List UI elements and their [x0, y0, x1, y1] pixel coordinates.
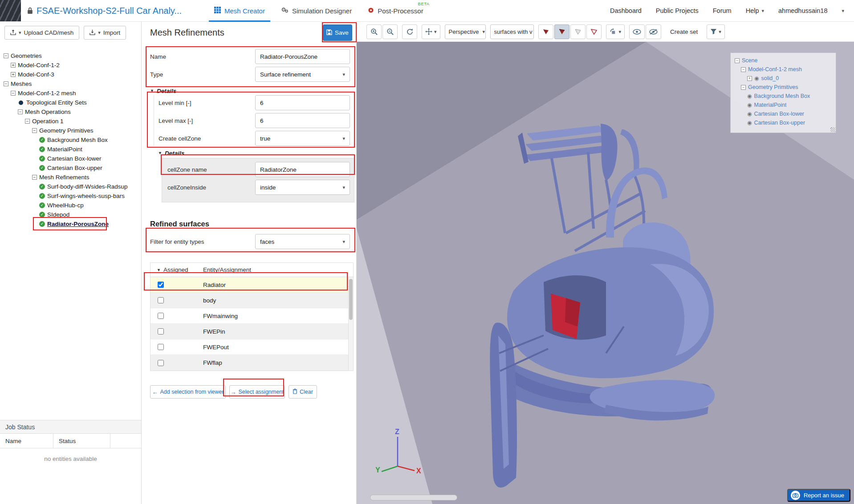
entity-checkbox[interactable] — [158, 282, 164, 288]
scene-item-geometry-primitives[interactable]: −Geometry Primitives — [735, 83, 834, 92]
cellzone-inside-select[interactable]: inside ▾ — [255, 180, 350, 195]
eye-icon[interactable]: ◉ — [747, 111, 752, 117]
tree-item-operation-1[interactable]: −Operation 1 — [0, 117, 141, 126]
entity-row-radiator[interactable]: Radiator — [150, 277, 353, 293]
resize-handle[interactable] — [830, 127, 835, 132]
scene-item-cartesian-box-lower[interactable]: ◉Cartesian Box-lower — [735, 109, 834, 118]
rotate-view-button[interactable]: ▾ — [606, 24, 625, 39]
entity-filter-select[interactable]: faces ▾ — [255, 234, 350, 249]
nav-public-projects[interactable]: Public Projects — [656, 7, 699, 14]
tab-simulation-designer[interactable]: Simulation Designer — [273, 0, 360, 22]
tree-item-materialpoint[interactable]: ✓MaterialPoint — [0, 145, 141, 154]
create-cellzone-select[interactable]: true ▾ — [255, 131, 350, 146]
expand-icon[interactable]: + — [11, 63, 16, 68]
user-menu-caret-icon[interactable]: ▾ — [842, 8, 844, 14]
tree-item-model-conf-3[interactable]: +Model-Conf-3 — [0, 70, 141, 79]
hide-entities-button[interactable] — [646, 24, 661, 39]
entity-checkbox[interactable] — [158, 360, 164, 366]
collapse-icon[interactable]: − — [4, 53, 8, 58]
eye-icon[interactable]: ◉ — [754, 76, 759, 81]
scene-item-materialpoint[interactable]: ◉MaterialPoint — [735, 101, 834, 109]
tree-item-sidepod[interactable]: ✓SIdepod — [0, 210, 141, 219]
details2-header[interactable]: ▼ Details — [158, 149, 356, 157]
details-header[interactable]: ▼ Details — [150, 87, 356, 94]
import-button[interactable]: ▾ Import — [84, 26, 126, 40]
nav-help[interactable]: Help▾ — [746, 7, 764, 14]
scene-item-scene[interactable]: −Scene — [735, 56, 834, 65]
entity-table-scrollbar[interactable] — [348, 277, 353, 371]
clip-cone-button-1[interactable] — [538, 24, 553, 39]
clip-cone-button-2[interactable] — [554, 24, 569, 39]
zoom-out-button[interactable] — [382, 24, 398, 39]
collapse-icon[interactable]: − — [25, 119, 30, 124]
nav-forum[interactable]: Forum — [713, 7, 732, 14]
viewport-horizontal-scrollbar[interactable] — [370, 495, 457, 500]
entity-checkbox[interactable] — [158, 313, 164, 319]
collapse-icon[interactable]: − — [741, 85, 746, 90]
user-menu[interactable]: ahmedhussain18 — [778, 7, 827, 14]
select-assignment-button[interactable]: → Select assignment — [229, 385, 285, 399]
tree-item-topological-entity-sets[interactable]: Topological Entity Sets — [0, 98, 141, 107]
collapse-icon[interactable]: − — [32, 128, 37, 133]
entity-row-fwflap[interactable]: FWflap — [150, 355, 353, 371]
tree-item-geometry-primitives[interactable]: −Geometry Primitives — [0, 126, 141, 135]
tree-item-radiator-porouszone[interactable]: ✓Radiator-PorousZone — [0, 219, 141, 229]
render-mode-select[interactable]: surfaces with v ▾ — [490, 24, 534, 39]
tree-item-background-mesh-box[interactable]: ✓Background Mesh Box — [0, 135, 141, 145]
nav-dashboard[interactable]: Dashboard — [610, 7, 642, 14]
assigned-header-cell[interactable]: ▼ Assigned — [150, 266, 203, 273]
level-min-input[interactable] — [255, 95, 350, 110]
fit-view-button[interactable] — [402, 24, 417, 39]
tree-item-meshes[interactable]: −Meshes — [0, 79, 141, 89]
entity-checkbox[interactable] — [158, 297, 164, 303]
entity-row-body[interactable]: body — [150, 293, 353, 308]
filter-button[interactable]: ▾ — [707, 24, 725, 39]
tree-item-surf-body-diff-wsides-radsup[interactable]: ✓Surf-body-diff-Wsides-Radsup — [0, 182, 141, 191]
collapse-icon[interactable]: − — [32, 175, 37, 180]
collapse-icon[interactable]: − — [11, 91, 16, 96]
report-issue-button[interactable]: Report an issue — [787, 489, 850, 502]
add-selection-button[interactable]: ← Add selection from viewer — [150, 385, 226, 399]
show-entities-button[interactable] — [629, 24, 645, 39]
tree-item-model-conf-1-2-mesh[interactable]: −Model-Conf-1-2 mesh — [0, 89, 141, 98]
level-max-input[interactable] — [255, 113, 350, 128]
pan-mode-button[interactable]: ▾ — [422, 24, 440, 39]
cellzone-name-input[interactable] — [255, 162, 350, 177]
scene-item-solid-0[interactable]: +◉solid_0 — [735, 74, 834, 83]
collapse-icon[interactable]: − — [735, 58, 740, 63]
tab-post-processor[interactable]: Post-Processor BETA — [360, 0, 431, 22]
clear-button[interactable]: Clear — [289, 385, 317, 399]
create-set-button[interactable]: Create set — [666, 24, 702, 39]
collapse-icon[interactable]: − — [741, 67, 746, 72]
clip-cone-button-4[interactable] — [586, 24, 602, 39]
tab-mesh-creator[interactable]: Mesh Creator — [206, 0, 273, 22]
type-select[interactable]: Surface refinement ▾ — [255, 67, 350, 82]
scene-item-background-mesh-box[interactable]: ◉Background Mesh Box — [735, 92, 834, 101]
save-button[interactable]: Save — [323, 24, 352, 41]
entity-checkbox[interactable] — [158, 344, 164, 350]
app-logo[interactable] — [0, 0, 21, 21]
collapse-icon[interactable]: − — [18, 109, 23, 114]
eye-icon[interactable]: ◉ — [747, 102, 752, 108]
tree-item-mesh-operations[interactable]: −Mesh Operations — [0, 107, 141, 117]
tree-item-model-conf-1-2[interactable]: +Model-Conf-1-2 — [0, 60, 141, 70]
entity-row-fwmainwing[interactable]: FWmainwing — [150, 308, 353, 324]
clip-cone-button-3[interactable] — [570, 24, 586, 39]
tree-item-geometries[interactable]: −Geometries — [0, 51, 141, 60]
zoom-in-button[interactable] — [366, 24, 382, 39]
name-input[interactable] — [255, 49, 350, 64]
tree-item-cartesian-box-upper[interactable]: ✓Cartesian Box-upper — [0, 163, 141, 173]
scene-item-cartesian-box-upper[interactable]: ◉Cartesian Box-upper — [735, 118, 834, 127]
tree-item-surf-wings-wheels-susp-bars[interactable]: ✓Surf-wings-wheels-susp-bars — [0, 191, 141, 201]
collapse-icon[interactable]: − — [4, 81, 8, 86]
eye-icon[interactable]: ◉ — [747, 120, 752, 125]
scene-item-model-conf-1-2-mesh[interactable]: −Model-Conf-1-2 mesh — [735, 65, 834, 74]
tree-item-mesh-refinements[interactable]: −Mesh Refinements — [0, 173, 141, 182]
eye-icon[interactable]: ◉ — [747, 93, 752, 99]
projection-select[interactable]: Perspective ▾ — [445, 24, 486, 39]
expand-icon[interactable]: + — [11, 72, 16, 77]
entity-row-fwepin[interactable]: FWEPin — [150, 324, 353, 339]
expand-icon[interactable]: + — [747, 76, 752, 81]
tree-item-cartesian-box-lower[interactable]: ✓Cartesian Box-lower — [0, 154, 141, 163]
entity-row-fwepout[interactable]: FWEPout — [150, 339, 353, 355]
